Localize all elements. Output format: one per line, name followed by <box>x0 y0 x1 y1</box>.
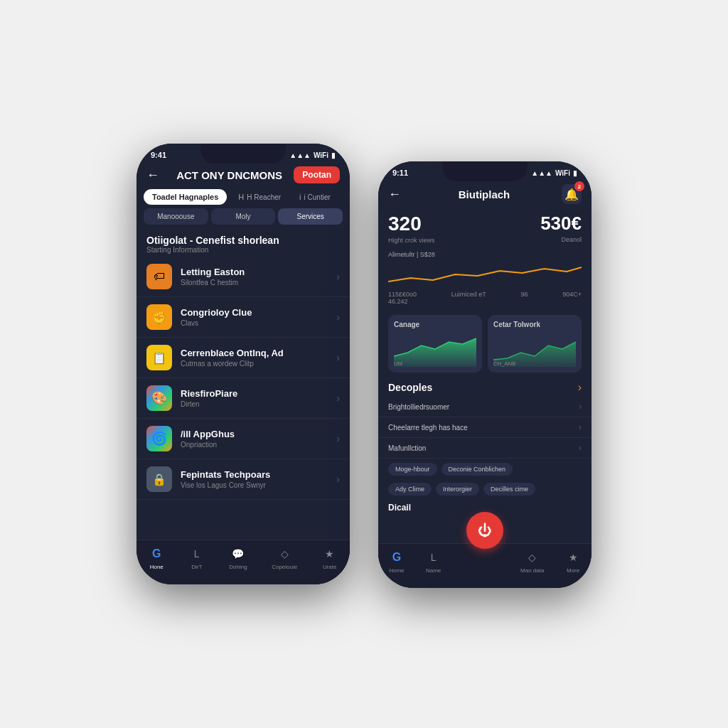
tag-0[interactable]: Moge-hbour <box>388 463 437 476</box>
tab-pill-0[interactable]: Toadel Hagnaples <box>144 189 227 205</box>
item-title-0: Letting Easton <box>181 267 328 277</box>
app-header-left: ← ACT ONY DNCMONS Pootan <box>136 162 350 189</box>
chart-num-1: Luimiced eT <box>451 291 486 298</box>
header-title-left: ACT ONY DNCMONS <box>165 169 294 181</box>
cope-icon-left: ◇ <box>277 546 292 562</box>
item-icon-5: 🔒 <box>146 466 172 492</box>
person-0[interactable]: Ady Clime <box>388 483 432 496</box>
nav-data-right[interactable]: ◇ Man data <box>520 550 544 574</box>
nav-msg-left[interactable]: 💬 Dohing <box>229 546 247 570</box>
chevron-4: › <box>336 433 340 444</box>
chart-numbers-row: 115£€0o0 Luimiced eT 96 904C+ <box>388 291 582 298</box>
decision-chevron-1: › <box>579 422 582 432</box>
back-arrow-left[interactable]: ← <box>146 168 159 183</box>
tab-seg-2[interactable]: Services <box>278 208 343 225</box>
name-icon-right: L <box>426 550 441 565</box>
tab-seg-0[interactable]: Manooouse <box>144 208 208 225</box>
fab-icon: ⏻ <box>478 523 492 539</box>
mini-chart-title-0: Canage <box>394 321 476 328</box>
decision-text-0: Brightolliedrsuomer <box>388 403 449 411</box>
action-button-left[interactable]: Pootan <box>294 166 340 183</box>
notch-left <box>200 144 286 164</box>
nav-label-home-right: Home <box>389 567 404 574</box>
main-chart-area: Alimetultr | S$28 115£€0o0 L <box>378 248 592 311</box>
item-icon-0: 🏷 <box>146 264 172 289</box>
person-1[interactable]: Interorgier <box>436 483 479 496</box>
nav-home-left[interactable]: G Hone <box>149 546 164 570</box>
item-subtitle-4: Onpriaction <box>181 441 328 449</box>
decision-chevron-2: › <box>579 443 582 453</box>
chevron-5: › <box>336 473 340 485</box>
tabs-row1: Toadel Hagnaples H H Reacher i i Cuntier <box>144 189 343 205</box>
left-phone: 9:41 ▲▲▲ WiFi ▮ ← ACT ONY DNCMONS Pootan… <box>136 144 350 584</box>
list-item-3[interactable]: 🎨 RiesfiroPiare Dirten › <box>136 378 350 419</box>
item-subtitle-0: Silontfea C hestim <box>181 279 328 287</box>
h-icon: H <box>238 193 244 201</box>
bottom-nav-left: G Hone L DirT 💬 Dohing ◇ Copeloule ★ Ura… <box>136 540 350 584</box>
item-title-2: Cerrenblace Ontlnq, Ad <box>181 348 328 358</box>
item-icon-2: 📋 <box>146 345 172 370</box>
mini-chart-area-1: CH_ANB <box>493 331 576 367</box>
tag-1[interactable]: Deconie Conblichen <box>441 463 513 476</box>
app-header-right: ← Biutiplach 🔔 2 <box>378 180 592 210</box>
chevron-1: › <box>336 311 340 323</box>
tab-label-2: i Cuntier <box>304 193 331 201</box>
people-row: Ady Clime Interorgier Decilles cime <box>378 480 592 498</box>
status-icons-left: ▲▲▲ WiFi ▮ <box>289 151 336 159</box>
decision-row-1[interactable]: Cheelarre tlegh has hace › <box>378 417 592 438</box>
nav-label-dir: DirT <box>191 564 202 570</box>
nav-dir-left[interactable]: L DirT <box>189 546 205 570</box>
bottom-nav-right: G Home L Name ◇ Man data ★ More <box>378 543 592 588</box>
nav-name-right[interactable]: L Name <box>426 550 441 574</box>
decision-text-1: Cheelarre tlegh has hace <box>388 424 468 432</box>
decisions-chevron-icon[interactable]: › <box>578 381 582 394</box>
item-subtitle-5: Vise los Lagus Core Swnyr <box>181 481 328 489</box>
tab-seg-1[interactable]: Moly <box>211 208 276 225</box>
tab-icon-2[interactable]: i i Cuntier <box>292 189 338 205</box>
mini-chart-title-1: Cetar Tolwork <box>493 321 576 328</box>
list-item-5[interactable]: 🔒 Fepintats Techpoars Vise los Lagus Cor… <box>136 459 350 500</box>
list-item-2[interactable]: 📋 Cerrenblace Ontlnq, Ad Cutmas a wordew… <box>136 338 350 378</box>
decision-row-2[interactable]: Mafunllction › <box>378 438 592 459</box>
chart-num-2: 96 <box>520 291 528 298</box>
main-line-chart <box>388 260 582 289</box>
nav-more-right[interactable]: ★ More <box>565 550 581 574</box>
list-item-0[interactable]: 🏷 Letting Easton Silontfea C hestim › <box>136 257 350 297</box>
person-2[interactable]: Decilles cime <box>483 483 535 496</box>
list-item-4[interactable]: 🌀 /ill AppGhus Onpriaction › <box>136 419 350 459</box>
signal-icon-right: ▲▲▲ <box>531 169 552 177</box>
nav-star-left[interactable]: ★ Urate <box>322 546 338 570</box>
decision-row-0[interactable]: Brightolliedrsuomer › <box>378 397 592 417</box>
list-item-1[interactable]: ✊ Congrioloy Clue Clavs › <box>136 297 350 338</box>
section-subtitle: Starting Information <box>146 246 340 254</box>
item-icon-3: 🎨 <box>146 385 172 411</box>
mini-charts-container: Canage UM <box>378 311 592 377</box>
stat-right: 530€ Deanol <box>540 213 582 243</box>
nav-fab-placeholder <box>462 550 499 574</box>
nav-label-star: Urate <box>323 564 337 570</box>
tab-icon-1[interactable]: H H Reacher <box>231 189 288 205</box>
mini-chart-1: Cetar Tolwork CH_ANB <box>488 315 582 373</box>
list-container: 🏷 Letting Easton Silontfea C hestim › ✊ … <box>136 257 350 584</box>
mini-chart-area-0: UM <box>394 331 476 367</box>
item-title-1: Congrioloy Clue <box>181 307 328 318</box>
msg-icon-left: 💬 <box>230 546 246 562</box>
nav-home-right[interactable]: G Home <box>389 550 405 574</box>
item-title-3: RiesfiroPiare <box>181 388 328 399</box>
detail-label: Dicail <box>388 503 582 513</box>
chart-num-extra: 46.242 <box>388 298 582 308</box>
i-icon: i <box>299 193 301 201</box>
fab-button[interactable]: ⏻ <box>466 512 503 549</box>
item-icon-1: ✊ <box>146 304 172 330</box>
back-arrow-right[interactable]: ← <box>388 187 401 202</box>
notification-icon[interactable]: 🔔 2 <box>562 184 582 204</box>
nav-label-data-right: Man data <box>520 567 544 574</box>
status-icons-right: ▲▲▲ WiFi ▮ <box>531 169 577 177</box>
chart-subtitle: Alimetultr | S$28 <box>388 251 582 258</box>
item-text-3: RiesfiroPiare Dirten <box>181 388 328 408</box>
nav-cope-left[interactable]: ◇ Copeloule <box>272 546 297 570</box>
more-icon-right: ★ <box>565 550 581 565</box>
decisions-header: Decoples › <box>378 377 592 397</box>
stat-number-left: 320 <box>388 213 435 235</box>
item-subtitle-3: Dirten <box>181 400 328 408</box>
